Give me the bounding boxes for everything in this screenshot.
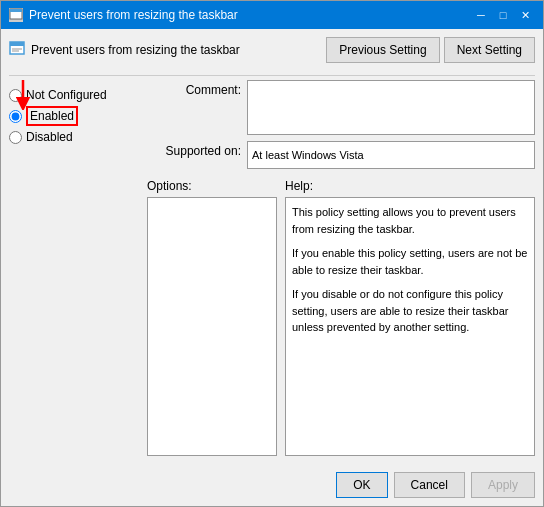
title-bar: Prevent users from resizing the taskbar … — [1, 1, 543, 29]
apply-button[interactable]: Apply — [471, 472, 535, 498]
title-bar-controls: ─ □ ✕ — [471, 6, 535, 24]
help-text-1: This policy setting allows you to preven… — [292, 204, 528, 237]
top-bar: Prevent users from resizing the taskbar … — [9, 37, 535, 63]
help-box: This policy setting allows you to preven… — [285, 197, 535, 456]
window-title: Prevent users from resizing the taskbar — [29, 8, 238, 22]
title-bar-left: Prevent users from resizing the taskbar — [9, 8, 238, 22]
comment-wrapper — [247, 80, 535, 135]
main-area: Not Configured Enabled — [9, 80, 535, 456]
footer: OK Cancel Apply — [1, 464, 543, 506]
cancel-button[interactable]: Cancel — [394, 472, 465, 498]
bottom-section: Options: Help: This policy setting allow… — [147, 179, 535, 456]
svg-rect-1 — [10, 9, 22, 12]
supported-row: Supported on: At least Windows Vista — [147, 141, 535, 169]
ok-button[interactable]: OK — [336, 472, 387, 498]
content-area: Prevent users from resizing the taskbar … — [1, 29, 543, 464]
window-icon — [9, 8, 23, 22]
close-button[interactable]: ✕ — [515, 6, 535, 24]
radio-group: Not Configured Enabled — [9, 80, 139, 144]
help-text-2: If you enable this policy setting, users… — [292, 245, 528, 278]
disabled-radio[interactable] — [9, 131, 22, 144]
next-setting-button[interactable]: Next Setting — [444, 37, 535, 63]
left-panel: Not Configured Enabled — [9, 80, 139, 456]
policy-icon — [9, 41, 25, 60]
minimize-button[interactable]: ─ — [471, 6, 491, 24]
enabled-radio[interactable] — [9, 110, 22, 123]
top-divider — [9, 75, 535, 76]
comment-input[interactable] — [247, 80, 535, 135]
supported-value: At least Windows Vista — [247, 141, 535, 169]
comment-row: Comment: — [147, 80, 535, 135]
nav-buttons: Previous Setting Next Setting — [326, 37, 535, 63]
svg-rect-3 — [10, 42, 24, 46]
help-text-3: If you disable or do not configure this … — [292, 286, 528, 336]
main-window: Prevent users from resizing the taskbar … — [0, 0, 544, 507]
disabled-label: Disabled — [26, 130, 73, 144]
supported-label: Supported on: — [147, 141, 247, 161]
policy-title-row: Prevent users from resizing the taskbar — [9, 41, 240, 60]
options-section: Options: — [147, 179, 277, 456]
enabled-option[interactable]: Enabled — [9, 106, 139, 126]
options-box — [147, 197, 277, 456]
disabled-option[interactable]: Disabled — [9, 130, 139, 144]
red-arrow-annotation — [15, 80, 55, 110]
maximize-button[interactable]: □ — [493, 6, 513, 24]
supported-wrapper: At least Windows Vista — [247, 141, 535, 169]
options-label: Options: — [147, 179, 277, 193]
right-panel: Comment: Supported on: At least Windows … — [147, 80, 535, 456]
previous-setting-button[interactable]: Previous Setting — [326, 37, 439, 63]
comment-label: Comment: — [147, 80, 247, 100]
help-section: Help: This policy setting allows you to … — [285, 179, 535, 456]
help-label: Help: — [285, 179, 535, 193]
policy-subtitle: Prevent users from resizing the taskbar — [31, 43, 240, 57]
